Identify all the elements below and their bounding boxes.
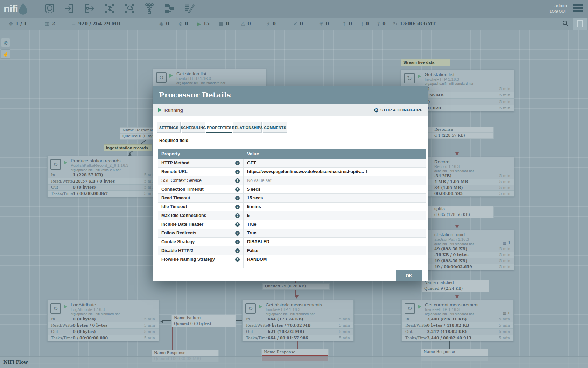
- running-indicator-icon: [64, 305, 67, 309]
- processor-record[interactable]: Record Record 1.16.3 ache.nifi - nifi-st…: [423, 157, 514, 197]
- property-row[interactable]: HTTP Method ? GETℹ: [158, 159, 426, 168]
- output-port-icon[interactable]: [84, 2, 96, 14]
- tab-comments[interactable]: COMMENTS: [263, 122, 287, 133]
- connection-name: Name Response: [421, 349, 488, 355]
- property-name: Include Date Header: [161, 222, 203, 227]
- property-row[interactable]: Disable HTTP/2 ? Falseℹ: [158, 246, 426, 255]
- search-icon[interactable]: [562, 20, 569, 28]
- properties-table-header: Property Value: [158, 149, 426, 159]
- help-icon[interactable]: ?: [235, 222, 240, 227]
- processor-extract-station-uuid[interactable]: ct station_uuid ateJsonPath 1.16.3 ache.…: [423, 230, 514, 270]
- help-icon[interactable]: ?: [235, 231, 240, 236]
- help-icon[interactable]: ?: [235, 257, 240, 262]
- help-icon[interactable]: ?: [235, 240, 240, 244]
- transmitting-icon: ◉: [159, 21, 163, 27]
- processor-icon[interactable]: [44, 2, 56, 14]
- processor-stat-row: Out3,217 (418.02 KB)5 min: [402, 328, 513, 335]
- connection-label-response-right[interactable]: Response d 1 (228.57 KB): [423, 127, 494, 139]
- running-status-text: Running: [164, 108, 183, 113]
- processor-stat-row: Out621 (703.02 MB)5 min: [243, 328, 354, 335]
- component-toolbar: [44, 2, 195, 14]
- input-port-icon[interactable]: [64, 2, 76, 14]
- property-name: Cookie Strategy: [161, 239, 195, 244]
- property-value: GET: [247, 161, 256, 165]
- threads-badge-icon: ▦: [503, 311, 506, 315]
- property-row-clipped: [158, 264, 426, 268]
- status-item: ❖ 1 / 1: [9, 18, 27, 30]
- help-icon[interactable]: ?: [235, 196, 240, 200]
- nifi-logo: nifi: [4, 1, 28, 16]
- property-row[interactable]: Cookie Strategy ? DISABLEDℹ: [158, 238, 426, 246]
- property-row[interactable]: Remote URL ? https://www.pegelonline.wsv…: [158, 168, 426, 176]
- property-value: 5 secs: [247, 187, 260, 192]
- processor-get-current-measurement[interactable]: ↻ Get current measurement InvokeHTTP 1.1…: [401, 300, 514, 341]
- property-row[interactable]: Idle Timeout ? 5 minsℹ: [158, 203, 426, 211]
- property-row[interactable]: Connection Timeout ? 5 secsℹ: [158, 185, 426, 194]
- help-icon[interactable]: ?: [235, 161, 240, 165]
- ok-button[interactable]: OK: [396, 270, 422, 281]
- dialog-title: Processor Details: [153, 90, 231, 99]
- processor-type: InvokeHTTP 1.16.3: [425, 307, 460, 312]
- top-toolbar: nifi admin LOG OU: [0, 0, 588, 18]
- status-item: ↑ 0: [342, 18, 352, 30]
- property-name: Idle Timeout: [161, 204, 187, 209]
- template-icon[interactable]: [163, 2, 175, 14]
- global-menu-icon[interactable]: [573, 4, 583, 13]
- processor-stat-row: Read/Write0 bytes / 418.02 KB5 min: [402, 322, 513, 328]
- status-item: ⊘ 0: [178, 18, 188, 30]
- connection-queued: d 1 (228.57 KB): [423, 133, 493, 139]
- tab-properties[interactable]: PROPERTIES: [206, 122, 232, 133]
- bulletin-panel-icon[interactable]: [573, 18, 587, 30]
- property-row[interactable]: Include Date Header ? Trueℹ: [158, 220, 426, 229]
- processor-type: PublishKafkaRecord_2_6 1.16.3: [71, 163, 128, 168]
- property-row[interactable]: SSL Context Service ? No value setℹ: [158, 176, 426, 185]
- process-group-icon[interactable]: [104, 2, 115, 14]
- help-icon[interactable]: ?: [235, 213, 240, 218]
- status-item: ◉ 0: [159, 18, 169, 30]
- connection-label-queued-25[interactable]: Queued 25 (6.28 KB): [262, 283, 330, 290]
- processor-title: Record: [434, 159, 450, 164]
- tab-settings[interactable]: SETTINGS: [157, 122, 181, 133]
- operate-palette-icon[interactable]: ☝: [1, 49, 10, 59]
- property-row[interactable]: Follow Redirects ? Trueℹ: [158, 229, 426, 238]
- processor-stat-row: Tasks/Time0 / 00:00:00.0005 min: [48, 335, 159, 341]
- status-item: ↻ 13:00:58 GMT: [393, 18, 436, 30]
- connection-label-matched[interactable]: Name matched Queued 9 (2.24 KB): [422, 280, 489, 292]
- connection-label-failure[interactable]: Name Failure Queued 0 (0 bytes): [172, 315, 236, 327]
- connection-label-splits[interactable]: splits d 685 (178.56 KB): [423, 206, 494, 218]
- funnel-icon[interactable]: [144, 2, 155, 14]
- tab-scheduling[interactable]: SCHEDULING: [182, 122, 205, 133]
- label-icon[interactable]: [183, 2, 195, 14]
- property-name: Disable HTTP/2: [161, 248, 193, 253]
- status-item: ▦ 2: [45, 18, 55, 30]
- tab-relationships[interactable]: RELATIONSHIPS: [233, 122, 262, 133]
- help-icon[interactable]: ?: [235, 170, 240, 174]
- help-icon[interactable]: ?: [235, 248, 240, 253]
- processor-stat-row: In3,440 (896.31 KB)5 min: [402, 316, 513, 322]
- required-field-hint: Required field: [159, 138, 188, 143]
- nifi-drop-icon: [19, 3, 28, 16]
- help-icon[interactable]: ?: [235, 178, 240, 183]
- property-row[interactable]: FlowFile Naming Strategy ? RANDOMℹ: [158, 255, 426, 264]
- processor-bundle: org.apache.nifi - nifi-kafka-2-6-nar: [71, 168, 121, 172]
- stop-and-configure-button[interactable]: ⚙ STOP & CONFIGURE: [374, 107, 423, 114]
- label-stream-live-data[interactable]: Stream live-data: [401, 59, 450, 66]
- breadcrumb-bar: NiFi Flow: [0, 356, 588, 368]
- processor-stat-row: In664 (173.24 KB)5 min: [243, 316, 354, 322]
- logout-link[interactable]: LOG OUT: [550, 9, 567, 13]
- status-item: ≡ 920 / 264.29 MB: [72, 18, 120, 30]
- processor-produce-station-records[interactable]: ↻ Produce station records PublishKafkaRe…: [47, 156, 159, 197]
- help-icon[interactable]: ?: [235, 187, 240, 192]
- property-row[interactable]: Read Timeout ? 15 secsℹ: [158, 194, 426, 203]
- dialog-status-row: Running ⚙ STOP & CONFIGURE: [153, 104, 428, 116]
- property-row[interactable]: Max Idle Connections ? 5ℹ: [158, 211, 426, 220]
- processor-type: Record 1.16.3: [434, 164, 460, 169]
- processor-log-attribute[interactable]: ↻ LogAttribute LogAttribute 1.16.3 org.a…: [47, 300, 159, 341]
- processor-get-historic-measurements[interactable]: ↻ Get historic measurements InvokeHTTP 1…: [242, 300, 354, 341]
- breadcrumb[interactable]: NiFi Flow: [4, 360, 28, 365]
- help-icon[interactable]: ?: [235, 205, 240, 209]
- label-ingest-station-records[interactable]: Ingest station records: [104, 144, 152, 151]
- navigate-palette-icon[interactable]: ◎: [1, 38, 10, 47]
- processor-stat-row: Tasks/Time1 / 00:00:00.0675 min: [48, 190, 159, 197]
- remote-process-group-icon[interactable]: [124, 2, 135, 14]
